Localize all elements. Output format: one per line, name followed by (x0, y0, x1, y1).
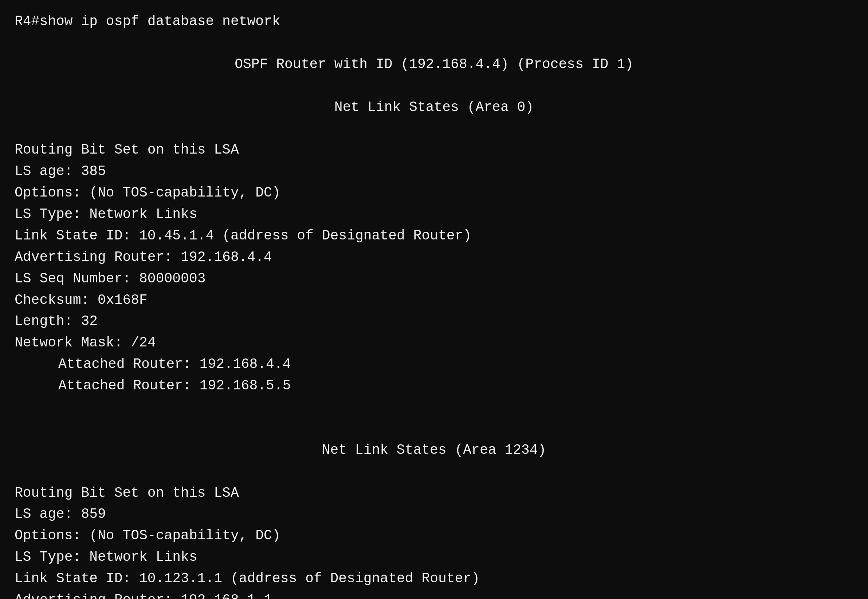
area1234-header: Net Link States (Area 1234) (15, 439, 853, 461)
area1234-options: Options: (No TOS-capability, DC) (15, 525, 853, 546)
area0-routing-bit: Routing Bit Set on this LSA (15, 139, 853, 161)
area0-attached2: Attached Router: 192.168.5.5 (15, 375, 853, 397)
area0-length: Length: 32 (15, 311, 853, 332)
command-line: R4#show ip ospf database network (15, 11, 853, 32)
area1234-ls-type: LS Type: Network Links (15, 546, 853, 568)
area1234-routing-bit: Routing Bit Set on this LSA (15, 483, 853, 504)
area0-adv-router: Advertising Router: 192.168.4.4 (15, 247, 853, 268)
area0-network-mask: Network Mask: /24 (15, 332, 853, 354)
area0-header: Net Link States (Area 0) (15, 97, 853, 118)
area0-ls-seq: LS Seq Number: 80000003 (15, 268, 853, 290)
terminal: R4#show ip ospf database network OSPF Ro… (15, 11, 853, 588)
area0-link-state-id: Link State ID: 10.45.1.4 (address of Des… (15, 225, 853, 247)
area0-checksum: Checksum: 0x168F (15, 290, 853, 311)
area0-options: Options: (No TOS-capability, DC) (15, 182, 853, 204)
area1234-link-state-id: Link State ID: 10.123.1.1 (address of De… (15, 568, 853, 590)
router-id-line: OSPF Router with ID (192.168.4.4) (Proce… (15, 54, 853, 75)
area0-ls-type: LS Type: Network Links (15, 204, 853, 225)
area1234-ls-age: LS age: 859 (15, 504, 853, 525)
area0-ls-age: LS age: 385 (15, 161, 853, 182)
area1234-adv-router: Advertising Router: 192.168.1.1 (15, 590, 853, 599)
area0-attached1: Attached Router: 192.168.4.4 (15, 354, 853, 375)
